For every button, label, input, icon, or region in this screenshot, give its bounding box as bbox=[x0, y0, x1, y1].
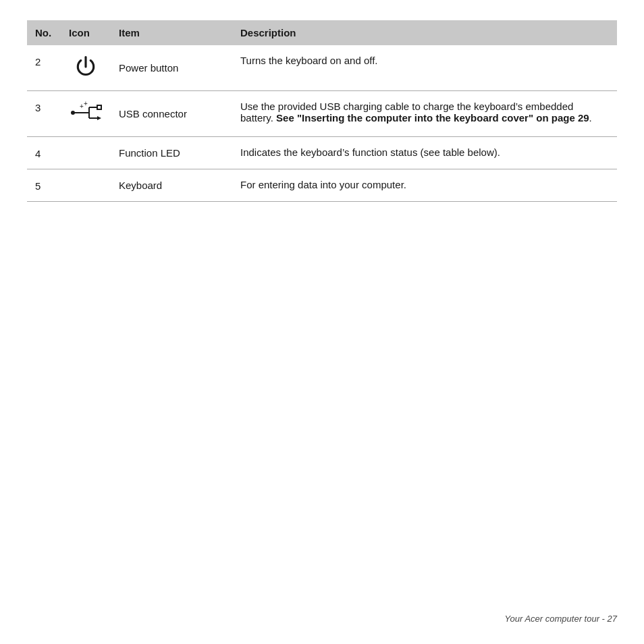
desc-bold-text: See "Inserting the computer into the key… bbox=[273, 112, 589, 124]
row-item: Function LED bbox=[111, 137, 232, 169]
svg-marker-6 bbox=[97, 116, 101, 120]
table-header-row: No. Icon Item Description bbox=[27, 20, 617, 45]
row-no: 2 bbox=[27, 45, 61, 91]
table-row: 4 Function LED Indicates the keyboard’s … bbox=[27, 137, 617, 169]
row-description: For entering data into your computer. bbox=[232, 169, 617, 202]
row-icon-cell: + + bbox=[61, 91, 111, 137]
row-item: Power button bbox=[111, 45, 232, 91]
row-no: 4 bbox=[27, 137, 61, 169]
header-description: Description bbox=[232, 20, 617, 45]
row-description: Use the provided USB charging cable to c… bbox=[232, 91, 617, 137]
svg-text:+: + bbox=[84, 101, 88, 107]
row-icon-cell bbox=[61, 137, 111, 169]
row-description: Indicates the keyboard’s function status… bbox=[232, 137, 617, 169]
table-row: 5 Keyboard For entering data into your c… bbox=[27, 169, 617, 202]
row-icon-cell bbox=[61, 169, 111, 202]
header-icon: Icon bbox=[61, 20, 111, 45]
features-table: No. Icon Item Description 2 Power bbox=[27, 20, 617, 202]
row-no: 5 bbox=[27, 169, 61, 202]
desc-end-text: . bbox=[589, 112, 592, 124]
header-item: Item bbox=[111, 20, 232, 45]
table-row: 3 bbox=[27, 91, 617, 137]
header-no: No. bbox=[27, 20, 61, 45]
row-no: 3 bbox=[27, 91, 61, 137]
svg-rect-5 bbox=[97, 105, 101, 109]
power-icon bbox=[74, 70, 98, 81]
row-item: Keyboard bbox=[111, 169, 232, 202]
row-item: USB connector bbox=[111, 91, 232, 137]
row-description: Turns the keyboard on and off. bbox=[232, 45, 617, 91]
page-footer: Your Acer computer tour - 27 bbox=[505, 614, 617, 624]
row-icon-cell bbox=[61, 45, 111, 91]
footer-text: Your Acer computer tour - 27 bbox=[505, 614, 617, 624]
table-row: 2 Power button Turns the keyboard on and… bbox=[27, 45, 617, 91]
usb-icon: + + bbox=[69, 115, 103, 127]
